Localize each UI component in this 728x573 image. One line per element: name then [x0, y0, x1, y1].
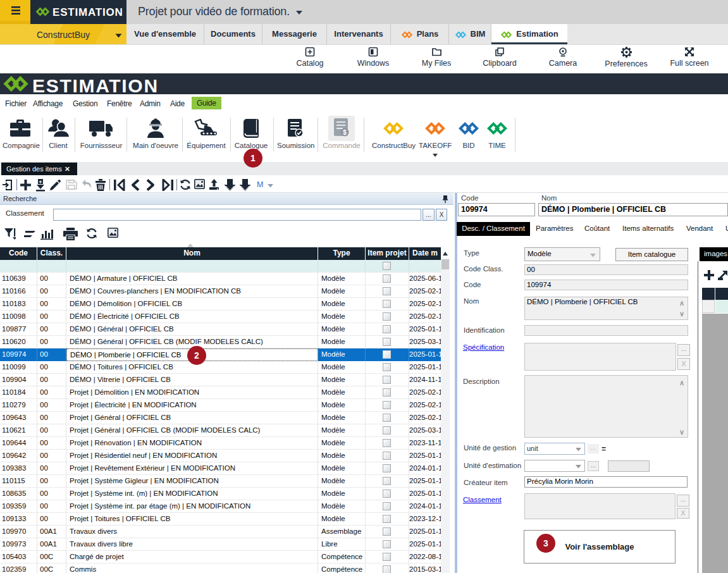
svg-text:$: $ [343, 129, 347, 136]
svg-text:+: + [39, 179, 42, 185]
